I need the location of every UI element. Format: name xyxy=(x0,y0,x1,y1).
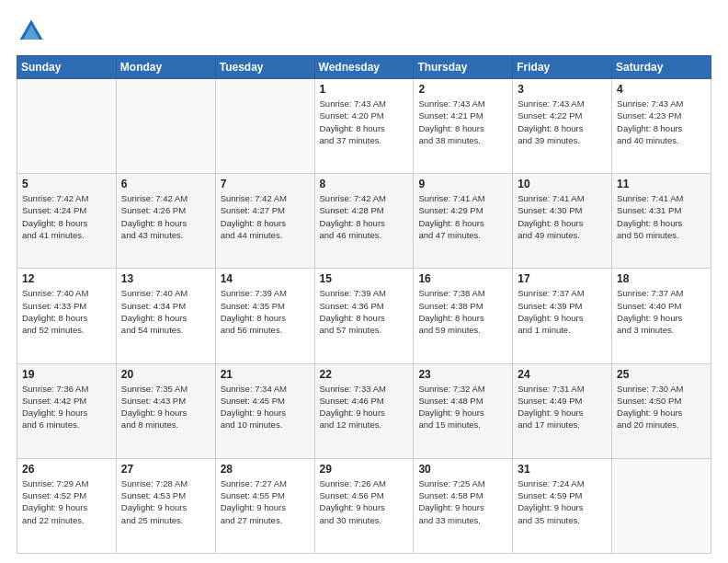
day-number: 4 xyxy=(617,83,706,96)
day-info: Sunrise: 7:43 AM Sunset: 4:22 PM Dayligh… xyxy=(518,98,607,146)
calendar-cell: 7Sunrise: 7:42 AM Sunset: 4:27 PM Daylig… xyxy=(215,174,314,269)
day-number: 21 xyxy=(221,368,310,381)
calendar-week-3: 12Sunrise: 7:40 AM Sunset: 4:33 PM Dayli… xyxy=(17,269,711,363)
day-number: 28 xyxy=(221,463,310,476)
calendar-cell: 31Sunrise: 7:24 AM Sunset: 4:59 PM Dayli… xyxy=(513,458,612,553)
calendar-cell: 13Sunrise: 7:40 AM Sunset: 4:34 PM Dayli… xyxy=(116,269,215,363)
day-number: 15 xyxy=(320,272,409,285)
calendar-cell: 5Sunrise: 7:42 AM Sunset: 4:24 PM Daylig… xyxy=(17,174,117,269)
day-number: 5 xyxy=(22,178,111,190)
day-info: Sunrise: 7:31 AM Sunset: 4:49 PM Dayligh… xyxy=(518,383,607,431)
calendar-week-4: 19Sunrise: 7:36 AM Sunset: 4:42 PM Dayli… xyxy=(17,363,711,458)
calendar-header-sunday: Sunday xyxy=(17,56,117,79)
day-info: Sunrise: 7:41 AM Sunset: 4:30 PM Dayligh… xyxy=(518,192,607,241)
day-info: Sunrise: 7:41 AM Sunset: 4:29 PM Dayligh… xyxy=(418,192,507,241)
day-info: Sunrise: 7:28 AM Sunset: 4:53 PM Dayligh… xyxy=(121,477,210,526)
calendar-cell: 25Sunrise: 7:30 AM Sunset: 4:50 PM Dayli… xyxy=(612,363,711,458)
calendar-cell: 27Sunrise: 7:28 AM Sunset: 4:53 PM Dayli… xyxy=(116,458,215,553)
calendar-table: SundayMondayTuesdayWednesdayThursdayFrid… xyxy=(17,55,711,554)
calendar-cell: 26Sunrise: 7:29 AM Sunset: 4:52 PM Dayli… xyxy=(17,458,117,553)
day-info: Sunrise: 7:34 AM Sunset: 4:45 PM Dayligh… xyxy=(221,383,310,431)
day-number: 22 xyxy=(320,368,409,381)
day-info: Sunrise: 7:26 AM Sunset: 4:56 PM Dayligh… xyxy=(320,477,409,526)
day-number: 29 xyxy=(320,463,409,476)
calendar-header-tuesday: Tuesday xyxy=(215,56,314,79)
day-info: Sunrise: 7:37 AM Sunset: 4:39 PM Dayligh… xyxy=(518,287,607,336)
calendar-cell: 20Sunrise: 7:35 AM Sunset: 4:43 PM Dayli… xyxy=(116,363,215,458)
day-number: 13 xyxy=(121,272,210,285)
day-number: 27 xyxy=(121,463,210,476)
calendar-cell: 11Sunrise: 7:41 AM Sunset: 4:31 PM Dayli… xyxy=(612,174,711,269)
day-number: 23 xyxy=(418,368,507,381)
calendar-cell: 3Sunrise: 7:43 AM Sunset: 4:22 PM Daylig… xyxy=(513,79,612,174)
logo xyxy=(17,17,50,46)
day-info: Sunrise: 7:40 AM Sunset: 4:34 PM Dayligh… xyxy=(121,287,210,336)
day-info: Sunrise: 7:27 AM Sunset: 4:55 PM Dayligh… xyxy=(221,477,310,526)
calendar-week-1: 1Sunrise: 7:43 AM Sunset: 4:20 PM Daylig… xyxy=(17,79,711,174)
day-info: Sunrise: 7:42 AM Sunset: 4:28 PM Dayligh… xyxy=(320,192,409,241)
calendar-cell: 15Sunrise: 7:39 AM Sunset: 4:36 PM Dayli… xyxy=(314,269,414,363)
day-info: Sunrise: 7:24 AM Sunset: 4:59 PM Dayligh… xyxy=(518,477,607,526)
calendar-cell: 4Sunrise: 7:43 AM Sunset: 4:23 PM Daylig… xyxy=(612,79,711,174)
calendar-cell: 12Sunrise: 7:40 AM Sunset: 4:33 PM Dayli… xyxy=(17,269,117,363)
day-number: 2 xyxy=(418,83,507,96)
day-info: Sunrise: 7:29 AM Sunset: 4:52 PM Dayligh… xyxy=(22,477,111,526)
calendar-cell: 21Sunrise: 7:34 AM Sunset: 4:45 PM Dayli… xyxy=(215,363,314,458)
day-info: Sunrise: 7:39 AM Sunset: 4:36 PM Dayligh… xyxy=(320,287,409,336)
day-info: Sunrise: 7:38 AM Sunset: 4:38 PM Dayligh… xyxy=(418,287,507,336)
calendar-cell: 24Sunrise: 7:31 AM Sunset: 4:49 PM Dayli… xyxy=(513,363,612,458)
calendar-cell xyxy=(116,79,215,174)
calendar-cell: 16Sunrise: 7:38 AM Sunset: 4:38 PM Dayli… xyxy=(414,269,513,363)
day-number: 18 xyxy=(617,272,706,285)
calendar-cell: 2Sunrise: 7:43 AM Sunset: 4:21 PM Daylig… xyxy=(414,79,513,174)
calendar-header-wednesday: Wednesday xyxy=(314,56,414,79)
calendar-cell: 17Sunrise: 7:37 AM Sunset: 4:39 PM Dayli… xyxy=(513,269,612,363)
day-info: Sunrise: 7:42 AM Sunset: 4:26 PM Dayligh… xyxy=(121,192,210,241)
day-info: Sunrise: 7:35 AM Sunset: 4:43 PM Dayligh… xyxy=(121,383,210,431)
header xyxy=(17,17,711,46)
day-number: 17 xyxy=(518,272,607,285)
calendar-header-monday: Monday xyxy=(116,56,215,79)
day-info: Sunrise: 7:43 AM Sunset: 4:21 PM Dayligh… xyxy=(418,98,507,146)
day-number: 9 xyxy=(418,178,507,190)
day-number: 20 xyxy=(121,368,210,381)
calendar-cell: 23Sunrise: 7:32 AM Sunset: 4:48 PM Dayli… xyxy=(414,363,513,458)
day-info: Sunrise: 7:43 AM Sunset: 4:20 PM Dayligh… xyxy=(320,98,409,146)
day-number: 3 xyxy=(518,83,607,96)
day-info: Sunrise: 7:42 AM Sunset: 4:24 PM Dayligh… xyxy=(22,192,111,241)
day-number: 7 xyxy=(221,178,310,190)
calendar-header-saturday: Saturday xyxy=(612,56,711,79)
day-number: 11 xyxy=(617,178,706,190)
calendar-cell: 28Sunrise: 7:27 AM Sunset: 4:55 PM Dayli… xyxy=(215,458,314,553)
calendar-cell xyxy=(215,79,314,174)
calendar-week-5: 26Sunrise: 7:29 AM Sunset: 4:52 PM Dayli… xyxy=(17,458,711,553)
day-number: 19 xyxy=(22,368,111,381)
calendar-cell: 19Sunrise: 7:36 AM Sunset: 4:42 PM Dayli… xyxy=(17,363,117,458)
day-info: Sunrise: 7:37 AM Sunset: 4:40 PM Dayligh… xyxy=(617,287,706,336)
day-number: 8 xyxy=(320,178,409,190)
day-number: 25 xyxy=(617,368,706,381)
day-number: 12 xyxy=(22,272,111,285)
day-number: 14 xyxy=(221,272,310,285)
day-info: Sunrise: 7:39 AM Sunset: 4:35 PM Dayligh… xyxy=(221,287,310,336)
calendar-header-thursday: Thursday xyxy=(414,56,513,79)
calendar-header-friday: Friday xyxy=(513,56,612,79)
calendar-cell: 6Sunrise: 7:42 AM Sunset: 4:26 PM Daylig… xyxy=(116,174,215,269)
calendar-cell xyxy=(612,458,711,553)
calendar-cell: 18Sunrise: 7:37 AM Sunset: 4:40 PM Dayli… xyxy=(612,269,711,363)
day-info: Sunrise: 7:25 AM Sunset: 4:58 PM Dayligh… xyxy=(418,477,507,526)
day-info: Sunrise: 7:40 AM Sunset: 4:33 PM Dayligh… xyxy=(22,287,111,336)
calendar-cell: 22Sunrise: 7:33 AM Sunset: 4:46 PM Dayli… xyxy=(314,363,414,458)
calendar-cell: 30Sunrise: 7:25 AM Sunset: 4:58 PM Dayli… xyxy=(414,458,513,553)
day-info: Sunrise: 7:36 AM Sunset: 4:42 PM Dayligh… xyxy=(22,383,111,431)
calendar-cell xyxy=(17,79,117,174)
day-number: 26 xyxy=(22,463,111,476)
day-number: 30 xyxy=(418,463,507,476)
day-info: Sunrise: 7:32 AM Sunset: 4:48 PM Dayligh… xyxy=(418,383,507,431)
day-info: Sunrise: 7:41 AM Sunset: 4:31 PM Dayligh… xyxy=(617,192,706,241)
day-number: 1 xyxy=(320,83,409,96)
calendar-cell: 29Sunrise: 7:26 AM Sunset: 4:56 PM Dayli… xyxy=(314,458,414,553)
day-number: 24 xyxy=(518,368,607,381)
day-info: Sunrise: 7:42 AM Sunset: 4:27 PM Dayligh… xyxy=(221,192,310,241)
day-number: 10 xyxy=(518,178,607,190)
